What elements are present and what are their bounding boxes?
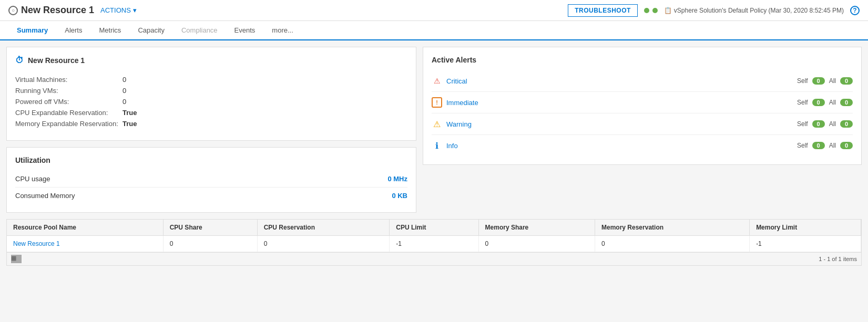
table-row: New Resource 1 0 0 -1 0 0 -1 xyxy=(7,236,861,252)
info-alert-name[interactable]: Info xyxy=(446,142,797,150)
resource-icon: ○ xyxy=(8,6,18,15)
resource-title: New Resource 1 xyxy=(21,5,94,16)
mem-exp-value: True xyxy=(122,120,407,128)
warning-alert-name[interactable]: Warning xyxy=(446,120,797,128)
row-cpu-reservation: 0 xyxy=(257,236,390,252)
col-cpu-share: CPU Share xyxy=(163,220,257,236)
page-title: ○ New Resource 1 xyxy=(8,5,94,16)
chevron-down-icon: ▾ xyxy=(133,6,137,14)
info-icon: ℹ xyxy=(432,140,442,151)
active-alerts-card: Active Alerts ⚠ Critical Self 0 All 0 ! … xyxy=(423,47,862,165)
row-pool-name[interactable]: New Resource 1 xyxy=(7,236,163,252)
resource-info-title: ⏱ New Resource 1 xyxy=(15,56,407,65)
resource-info-card: ⏱ New Resource 1 Virtual Machines: 0 Run… xyxy=(6,47,416,141)
col-pool-name: Resource Pool Name xyxy=(7,220,163,236)
info-all-count: 0 xyxy=(840,142,853,149)
help-button[interactable]: ? xyxy=(850,6,860,15)
row-memory-reservation: 0 xyxy=(595,236,750,252)
cpu-exp-label: CPU Expandable Reservation: xyxy=(15,109,120,117)
navigation-tabs: Summary Alerts Metrics Capacity Complian… xyxy=(0,21,868,40)
tab-compliance: Compliance xyxy=(173,21,226,40)
policy-text: 📋 vSphere Solution's Default Policy (Mar… xyxy=(664,7,844,14)
status-dot-1 xyxy=(644,8,649,13)
table-footer-icon: ▦ xyxy=(11,255,22,263)
status-dot-2 xyxy=(652,8,658,13)
resource-info-icon: ⏱ xyxy=(15,56,24,65)
table-footer: ▦ 1 - 1 of 1 items xyxy=(7,252,861,265)
vm-label: Virtual Machines: xyxy=(15,76,120,84)
row-memory-share: 0 xyxy=(478,236,595,252)
powered-off-value: 0 xyxy=(122,98,407,106)
right-column: Active Alerts ⚠ Critical Self 0 All 0 ! … xyxy=(423,47,862,213)
warning-all-label: All xyxy=(829,120,836,128)
col-memory-reservation: Memory Reservation xyxy=(595,220,750,236)
info-all-label: All xyxy=(829,142,836,149)
critical-all-count: 0 xyxy=(840,77,853,85)
header-right: TROUBLESHOOT 📋 vSphere Solution's Defaul… xyxy=(568,4,860,17)
critical-alert-name[interactable]: Critical xyxy=(446,77,797,85)
utilization-title: Utilization xyxy=(15,156,407,164)
resource-pool-table: Resource Pool Name CPU Share CPU Reserva… xyxy=(7,220,861,252)
header: ○ New Resource 1 ACTIONS ▾ TROUBLESHOOT … xyxy=(0,0,868,21)
critical-counts: Self 0 All 0 xyxy=(797,77,853,85)
mem-exp-label: Memory Expandable Reservation: xyxy=(15,120,120,128)
active-alerts-title: Active Alerts xyxy=(432,56,853,64)
critical-self-count: 0 xyxy=(812,77,825,85)
info-self-count: 0 xyxy=(812,142,825,149)
cpu-usage-label: CPU usage xyxy=(15,175,50,183)
consumed-memory-row: Consumed Memory 0 KB xyxy=(15,188,407,204)
table-header-row: Resource Pool Name CPU Share CPU Reserva… xyxy=(7,220,861,236)
immediate-alert-row: ! Immediate Self 0 All 0 xyxy=(432,92,853,113)
col-cpu-reservation: CPU Reservation xyxy=(257,220,390,236)
critical-all-label: All xyxy=(829,77,836,85)
running-vms-label: Running VMs: xyxy=(15,87,120,95)
consumed-memory-value: 0 KB xyxy=(392,192,407,200)
cpu-usage-row: CPU usage 0 MHz xyxy=(15,171,407,188)
actions-button[interactable]: ACTIONS ▾ xyxy=(100,6,137,14)
critical-alert-row: ⚠ Critical Self 0 All 0 xyxy=(432,70,853,92)
cpu-usage-value: 0 MHz xyxy=(387,175,407,183)
tab-more[interactable]: more... xyxy=(263,21,301,40)
immediate-all-label: All xyxy=(829,99,836,106)
immediate-counts: Self 0 All 0 xyxy=(797,99,853,106)
row-memory-limit: -1 xyxy=(750,236,861,252)
tab-capacity[interactable]: Capacity xyxy=(129,21,173,40)
table-footer-items: 1 - 1 of 1 items xyxy=(819,256,857,262)
tab-events[interactable]: Events xyxy=(226,21,264,40)
utilization-card: Utilization CPU usage 0 MHz Consumed Mem… xyxy=(6,147,416,213)
cpu-exp-value: True xyxy=(122,109,407,117)
warning-all-count: 0 xyxy=(840,120,853,128)
tab-summary[interactable]: Summary xyxy=(8,21,56,40)
info-self-label: Self xyxy=(797,142,808,149)
info-alert-row: ℹ Info Self 0 All 0 xyxy=(432,135,853,156)
powered-off-label: Powered off VMs: xyxy=(15,98,120,106)
warning-self-label: Self xyxy=(797,120,808,128)
policy-label: vSphere Solution's Default Policy (Mar 3… xyxy=(674,7,844,14)
actions-label: ACTIONS xyxy=(100,6,131,14)
tab-metrics[interactable]: Metrics xyxy=(90,21,129,40)
main-content: ⏱ New Resource 1 Virtual Machines: 0 Run… xyxy=(0,40,868,219)
info-counts: Self 0 All 0 xyxy=(797,142,853,149)
header-left: ○ New Resource 1 ACTIONS ▾ xyxy=(8,5,137,16)
warning-self-count: 0 xyxy=(812,120,825,128)
warning-alert-row: ⚠ Warning Self 0 All 0 xyxy=(432,113,853,135)
warning-icon: ⚠ xyxy=(432,119,442,129)
status-icons xyxy=(644,8,658,13)
immediate-icon: ! xyxy=(432,97,442,108)
running-vms-value: 0 xyxy=(122,87,407,95)
col-cpu-limit: CPU Limit xyxy=(390,220,478,236)
troubleshoot-button[interactable]: TROUBLESHOOT xyxy=(568,4,638,17)
tab-alerts[interactable]: Alerts xyxy=(56,21,90,40)
col-memory-share: Memory Share xyxy=(478,220,595,236)
consumed-memory-label: Consumed Memory xyxy=(15,192,75,200)
vm-value: 0 xyxy=(122,76,407,84)
immediate-self-count: 0 xyxy=(812,99,825,106)
critical-self-label: Self xyxy=(797,77,808,85)
resource-table-section: Resource Pool Name CPU Share CPU Reserva… xyxy=(6,219,862,266)
immediate-all-count: 0 xyxy=(840,99,853,106)
row-cpu-limit: -1 xyxy=(390,236,478,252)
immediate-self-label: Self xyxy=(797,99,808,106)
warning-counts: Self 0 All 0 xyxy=(797,120,853,128)
immediate-alert-name[interactable]: Immediate xyxy=(446,99,797,107)
row-cpu-share: 0 xyxy=(163,236,257,252)
